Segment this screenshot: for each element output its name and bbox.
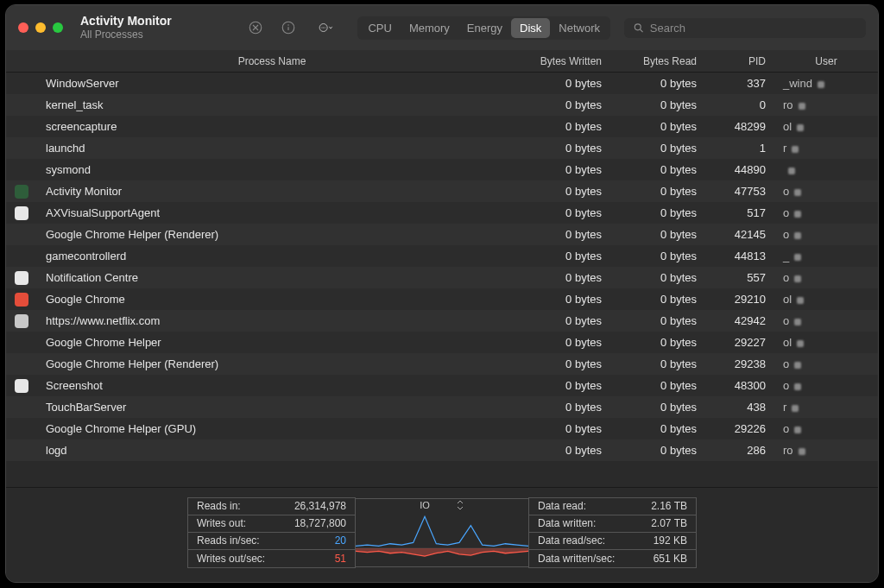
process-icon bbox=[15, 293, 28, 307]
svg-point-7 bbox=[322, 27, 323, 28]
table-row[interactable]: screencapture0 bytes0 bytes48299ol bbox=[6, 116, 878, 137]
search-input[interactable] bbox=[650, 22, 857, 35]
data-written-sec-value: 651 KB bbox=[654, 553, 687, 565]
process-name: Google Chrome Helper (Renderer) bbox=[37, 228, 507, 241]
table-row[interactable]: Google Chrome Helper (GPU)0 bytes0 bytes… bbox=[6, 418, 878, 439]
bytes-written: 0 bytes bbox=[507, 401, 610, 414]
process-name: logd bbox=[37, 444, 507, 457]
fullscreen-window-button[interactable] bbox=[53, 22, 63, 33]
bytes-written: 0 bytes bbox=[507, 293, 610, 306]
bytes-written: 0 bytes bbox=[507, 314, 610, 327]
bytes-read: 0 bytes bbox=[610, 98, 705, 111]
table-row[interactable]: Google Chrome Helper0 bytes0 bytes29227o… bbox=[6, 332, 878, 353]
table-row[interactable]: logd0 bytes0 bytes286ro bbox=[6, 439, 878, 461]
process-name: Google Chrome Helper (GPU) bbox=[37, 422, 507, 435]
table-row[interactable]: TouchBarServer0 bytes0 bytes438r bbox=[6, 396, 878, 418]
table-row[interactable]: gamecontrollerd0 bytes0 bytes44813_ bbox=[6, 245, 878, 267]
table-row[interactable]: https://www.netflix.com0 bytes0 bytes429… bbox=[6, 310, 878, 332]
bytes-read: 0 bytes bbox=[610, 77, 705, 90]
svg-point-9 bbox=[325, 27, 325, 28]
close-window-button[interactable] bbox=[18, 22, 28, 33]
io-chart-label: IO bbox=[420, 500, 430, 510]
bytes-read: 0 bytes bbox=[610, 142, 705, 155]
bytes-read: 0 bytes bbox=[610, 314, 705, 327]
data-written-label: Data written: bbox=[538, 517, 596, 529]
pid: 337 bbox=[705, 77, 774, 90]
bytes-written: 0 bytes bbox=[507, 206, 610, 219]
process-name: TouchBarServer bbox=[37, 401, 507, 414]
table-row[interactable]: launchd0 bytes0 bytes1r bbox=[6, 137, 878, 159]
table-row[interactable]: AXVisualSupportAgent0 bytes0 bytes517o bbox=[6, 202, 878, 224]
options-menu-button[interactable] bbox=[309, 16, 344, 40]
tab-memory[interactable]: Memory bbox=[401, 18, 458, 38]
user: o bbox=[774, 206, 878, 219]
data-written-sec-label: Data written/sec: bbox=[538, 553, 615, 565]
window-title-block: Activity Monitor All Processes bbox=[80, 14, 172, 41]
table-row[interactable]: Google Chrome Helper (Renderer)0 bytes0 … bbox=[6, 224, 878, 245]
pid: 29226 bbox=[705, 422, 774, 435]
table-row[interactable]: Screenshot0 bytes0 bytes48300o bbox=[6, 375, 878, 396]
bytes-written: 0 bytes bbox=[507, 379, 610, 392]
table-row[interactable]: Google Chrome0 bytes0 bytes29210ol bbox=[6, 288, 878, 310]
svg-point-8 bbox=[323, 27, 324, 28]
pid: 29238 bbox=[705, 357, 774, 370]
process-icon bbox=[15, 206, 28, 220]
reads-sec-label: Reads in/sec: bbox=[197, 534, 260, 547]
table-row[interactable]: Google Chrome Helper (Renderer)0 bytes0 … bbox=[6, 353, 878, 375]
ellipsis-icon bbox=[319, 20, 334, 35]
search-field[interactable] bbox=[624, 18, 866, 38]
pid: 42942 bbox=[705, 314, 774, 327]
bytes-read: 0 bytes bbox=[610, 228, 705, 241]
bytes-read: 0 bytes bbox=[610, 120, 705, 133]
bytes-read: 0 bytes bbox=[610, 293, 705, 306]
bytes-written: 0 bytes bbox=[507, 120, 610, 133]
bytes-written: 0 bytes bbox=[507, 228, 610, 241]
user: ro bbox=[774, 98, 878, 111]
process-name: screencapture bbox=[37, 120, 507, 133]
user: o bbox=[774, 228, 878, 241]
data-read-sec-label: Data read/sec: bbox=[538, 534, 605, 547]
category-tabs: CPUMemoryEnergyDiskNetwork bbox=[357, 16, 610, 40]
bytes-read: 0 bytes bbox=[610, 206, 705, 219]
bytes-read: 0 bytes bbox=[610, 422, 705, 435]
column-header-user[interactable]: User bbox=[774, 55, 878, 67]
activity-monitor-window: Activity Monitor All Processes CPUMemory… bbox=[5, 4, 879, 583]
io-chart-selector[interactable]: IO bbox=[356, 499, 528, 512]
pid: 557 bbox=[705, 271, 774, 284]
pid: 0 bbox=[705, 98, 774, 111]
tab-disk[interactable]: Disk bbox=[511, 18, 550, 38]
info-button[interactable] bbox=[276, 16, 300, 40]
search-icon bbox=[633, 22, 645, 35]
table-row[interactable]: Activity Monitor0 bytes0 bytes47753o bbox=[6, 180, 878, 202]
column-header-read[interactable]: Bytes Read bbox=[610, 55, 705, 67]
process-name: launchd bbox=[37, 142, 507, 155]
process-name: Screenshot bbox=[37, 379, 507, 392]
table-row[interactable]: Notification Centre0 bytes0 bytes557o bbox=[6, 267, 878, 288]
reads-sec-value: 20 bbox=[335, 534, 346, 547]
tab-cpu[interactable]: CPU bbox=[359, 18, 400, 38]
stop-process-button[interactable] bbox=[243, 16, 268, 40]
writes-sec-label: Writes out/sec: bbox=[197, 553, 265, 565]
column-header-pid[interactable]: PID bbox=[705, 55, 774, 67]
io-counts-panel: Reads in:26,314,978 Writes out:18,727,80… bbox=[187, 497, 356, 568]
process-name: gamecontrollerd bbox=[37, 250, 507, 262]
column-header-written[interactable]: Bytes Written bbox=[507, 55, 610, 67]
reads-in-value: 26,314,978 bbox=[294, 500, 346, 512]
user: ol bbox=[774, 336, 878, 349]
tab-network[interactable]: Network bbox=[550, 18, 609, 38]
bytes-written: 0 bytes bbox=[507, 77, 610, 90]
svg-point-10 bbox=[635, 23, 641, 29]
column-header-name[interactable]: Process Name bbox=[37, 55, 507, 67]
pid: 1 bbox=[705, 142, 774, 155]
writes-sec-value: 51 bbox=[335, 553, 346, 565]
table-row[interactable]: kernel_task0 bytes0 bytes0ro bbox=[6, 94, 878, 116]
window-subtitle[interactable]: All Processes bbox=[80, 28, 172, 41]
tab-energy[interactable]: Energy bbox=[458, 18, 511, 38]
window-controls bbox=[18, 22, 63, 33]
table-row[interactable]: sysmond0 bytes0 bytes44890 bbox=[6, 159, 878, 180]
process-name: Google Chrome bbox=[37, 293, 507, 306]
pid: 48300 bbox=[705, 379, 774, 392]
io-chart bbox=[356, 512, 528, 566]
table-row[interactable]: WindowServer0 bytes0 bytes337_wind bbox=[6, 73, 878, 94]
minimize-window-button[interactable] bbox=[35, 22, 46, 33]
